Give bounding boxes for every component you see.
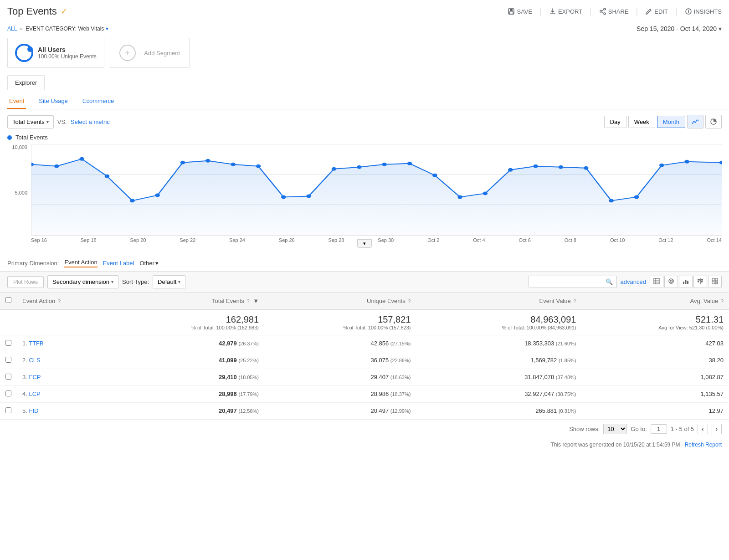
save-icon	[508, 8, 515, 15]
date-range-picker[interactable]: Sep 15, 2020 - Oct 14, 2020 ▾	[637, 25, 722, 32]
row-total-events: 29,410 (18.05%)	[113, 369, 264, 386]
event-value-help[interactable]: ?	[573, 298, 576, 304]
metric-dropdown[interactable]: Total Events ▾	[7, 115, 54, 128]
row-checkbox-1[interactable]	[5, 357, 11, 363]
select-metric-link[interactable]: Select a metric	[71, 118, 110, 125]
x-label-sep30: Sep 30	[378, 237, 394, 243]
pivot-icon	[712, 278, 718, 284]
svg-point-44	[670, 280, 673, 283]
breadcrumb-filter: EVENT CATEGORY: Web Vitals ▾	[26, 26, 108, 32]
primary-dim-active[interactable]: Event Action	[64, 259, 97, 267]
table-row: 1. TTFB 42,979 (26.37%) 42,856 (27.15%) …	[0, 335, 729, 352]
rows-per-page-select[interactable]: 10 25 50 100 500	[603, 424, 627, 434]
week-button[interactable]: Week	[628, 116, 655, 128]
verified-badge: ✓	[61, 6, 67, 16]
row-checkbox-0[interactable]	[5, 340, 11, 346]
all-users-segment: All Users 100.00% Unique Events	[7, 38, 104, 68]
separator2: |	[590, 7, 592, 16]
refresh-report-link[interactable]: Refresh Report	[685, 442, 722, 448]
plot-rows-button[interactable]: Plot Rows	[7, 276, 44, 288]
header-total-events: Total Events ? ▼	[113, 293, 264, 309]
tab-site-usage[interactable]: Site Usage	[37, 94, 70, 109]
row-action-link[interactable]: LCP	[29, 390, 40, 397]
row-checkbox-3[interactable]	[5, 390, 11, 396]
breadcrumb-all[interactable]: ALL	[7, 26, 17, 32]
day-button[interactable]: Day	[604, 116, 626, 128]
row-unique-events: 28,986 (18.37%)	[264, 386, 416, 403]
svg-point-30	[508, 168, 513, 172]
line-chart-icon	[691, 118, 699, 126]
row-action-link[interactable]: FID	[29, 407, 38, 414]
search-input[interactable]	[529, 276, 602, 288]
export-icon	[549, 8, 556, 15]
event-action-help[interactable]: ?	[58, 298, 61, 304]
performance-view-button[interactable]	[679, 276, 693, 288]
tab-event[interactable]: Event	[7, 94, 26, 109]
svg-point-17	[180, 161, 185, 164]
row-action-link[interactable]: TTFB	[29, 340, 44, 347]
header-checkbox-col	[0, 293, 17, 309]
goto-input[interactable]	[651, 424, 667, 434]
sort-arrow: ▾	[178, 279, 180, 284]
totals-label-cell	[17, 309, 113, 335]
sort-type-dropdown[interactable]: Default ▾	[153, 275, 185, 288]
row-avg-value: 38.20	[581, 352, 729, 369]
add-segment-button[interactable]: + + Add Segment	[110, 38, 190, 68]
prev-page-button[interactable]: ‹	[698, 424, 708, 434]
svg-point-16	[155, 193, 160, 197]
export-button[interactable]: EXPORT	[549, 8, 582, 15]
table-header-row: Event Action ? Total Events ? ▼ Unique E…	[0, 293, 729, 309]
svg-point-22	[306, 194, 311, 198]
donut-icon	[668, 278, 674, 284]
row-action-cell: 4. LCP	[17, 386, 113, 403]
share-button[interactable]: SHARE	[599, 8, 629, 15]
row-unique-events: 36,075 (22.86%)	[264, 352, 416, 369]
svg-point-23	[332, 167, 337, 171]
save-button[interactable]: SAVE	[508, 8, 532, 15]
total-events-help[interactable]: ?	[246, 298, 249, 304]
breadcrumb-dropdown[interactable]: ▾	[106, 26, 108, 32]
advanced-link[interactable]: advanced	[621, 278, 646, 285]
search-icon[interactable]: 🔍	[602, 276, 616, 288]
row-action-cell: 1. TTFB	[17, 335, 113, 352]
row-checkbox-2[interactable]	[5, 374, 11, 380]
month-button[interactable]: Month	[657, 116, 685, 128]
row-checkbox-cell	[0, 369, 17, 386]
table-controls: Plot Rows Secondary dimension ▾ Sort Typ…	[0, 271, 729, 293]
primary-dim-event-label[interactable]: Event Label	[103, 260, 134, 267]
svg-rect-46	[685, 280, 687, 284]
row-action-link[interactable]: CLS	[29, 357, 40, 364]
separator: |	[539, 7, 542, 16]
secondary-dimension-dropdown[interactable]: Secondary dimension ▾	[47, 275, 118, 288]
avg-value-help[interactable]: ?	[721, 298, 724, 304]
row-checkbox-4[interactable]	[5, 407, 11, 413]
x-label-oct4: Oct 4	[473, 237, 485, 243]
line-chart-button[interactable]	[687, 115, 703, 128]
primary-dim-other[interactable]: Other ▾	[139, 260, 159, 267]
data-table-view-button[interactable]	[650, 276, 663, 288]
row-event-value: 32,927,047 (38.75%)	[416, 386, 581, 403]
edit-button[interactable]: EDIT	[645, 8, 668, 15]
insights-button[interactable]: INSIGHTS	[685, 8, 722, 15]
pivot-view-button[interactable]	[708, 276, 722, 288]
unique-events-help[interactable]: ?	[408, 298, 411, 304]
svg-point-36	[659, 164, 664, 167]
explorer-tab[interactable]: Explorer	[7, 75, 45, 90]
pie-chart-button[interactable]	[705, 115, 722, 128]
row-action-cell: 2. CLS	[17, 352, 113, 369]
chart-container	[31, 144, 722, 236]
svg-rect-39	[654, 278, 659, 284]
row-action-link[interactable]: FCP	[29, 374, 41, 380]
row-avg-value: 1,135.57	[581, 386, 729, 403]
secondary-dim-arrow: ▾	[111, 279, 113, 284]
table-footer-right: Show rows: 10 25 50 100 500 Go to: 1 - 5…	[569, 424, 722, 434]
row-number: 1.	[22, 340, 27, 347]
header-event-value: Event Value ?	[416, 293, 581, 309]
pie-view-button[interactable]	[664, 276, 678, 288]
select-all-checkbox[interactable]	[5, 297, 11, 303]
next-page-button[interactable]: ›	[712, 424, 722, 434]
row-avg-value: 12.97	[581, 403, 729, 420]
comparison-view-button[interactable]	[693, 276, 707, 288]
tab-ecommerce[interactable]: Ecommerce	[81, 94, 116, 109]
svg-rect-45	[683, 282, 684, 284]
